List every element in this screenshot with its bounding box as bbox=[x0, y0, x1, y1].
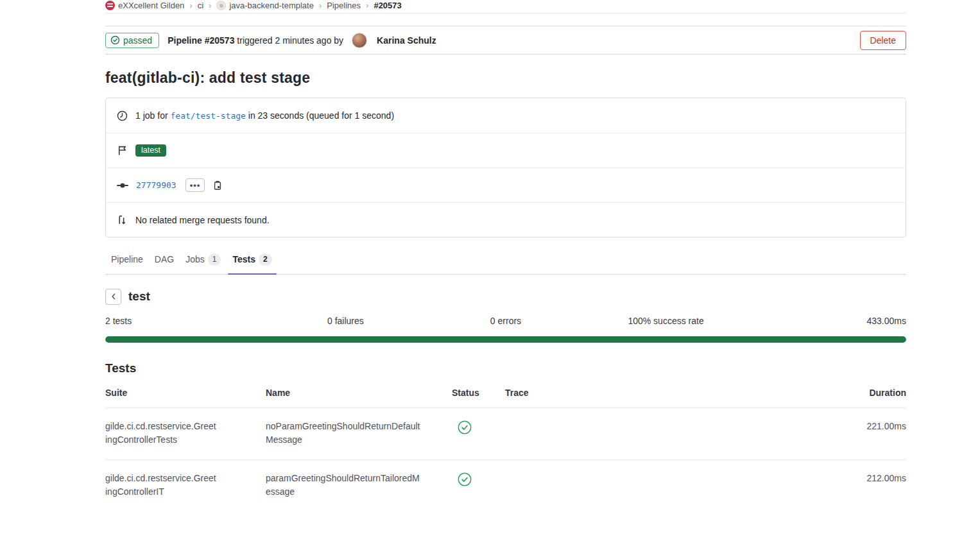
back-button[interactable] bbox=[105, 289, 121, 305]
commit-row: 27779903 ••• bbox=[106, 167, 906, 202]
chevron-separator-icon: › bbox=[189, 1, 192, 10]
group-avatar-icon bbox=[105, 1, 115, 10]
success-progress-bar bbox=[105, 336, 906, 343]
author-avatar[interactable] bbox=[352, 33, 367, 48]
chevron-separator-icon: › bbox=[209, 1, 211, 10]
success-progress-fill bbox=[105, 336, 906, 343]
test-passed-icon bbox=[458, 472, 472, 486]
column-header-duration: Duration bbox=[836, 388, 906, 398]
stat-duration: 433.00ms bbox=[746, 316, 906, 326]
page: eXXcellent Gilden › ci › java-backend-te… bbox=[105, 0, 906, 511]
flag-icon bbox=[117, 145, 128, 156]
pipeline-status-badge: passed bbox=[105, 33, 159, 48]
status-badge-label: passed bbox=[123, 35, 152, 46]
tab-tests-label: Tests bbox=[232, 254, 255, 264]
tab-jobs-label: Jobs bbox=[185, 254, 205, 264]
breadcrumb-subgroup-label: ci bbox=[198, 1, 203, 10]
job-duration-text: in 23 seconds (queued for 1 second) bbox=[248, 110, 394, 121]
latest-row: latest bbox=[106, 133, 906, 167]
column-header-suite: Suite bbox=[105, 388, 266, 398]
chevron-separator-icon: › bbox=[366, 1, 368, 10]
pipeline-id-label: Pipeline #20573 bbox=[168, 35, 234, 46]
breadcrumb-pipelines-label: Pipelines bbox=[327, 1, 361, 10]
job-summary-text: 1 job for feat/test-stage in 23 seconds … bbox=[135, 110, 394, 121]
breadcrumb-current-pipeline: #20573 bbox=[374, 1, 401, 10]
copy-commit-sha-button[interactable] bbox=[212, 180, 223, 191]
test-name-cell: paramGreetingShouldReturnTailoredMessage bbox=[266, 472, 452, 499]
test-suite-cell: gilde.ci.cd.restservice.GreetingControll… bbox=[105, 420, 266, 447]
branch-link[interactable]: feat/test-stage bbox=[170, 111, 245, 121]
breadcrumb-group-link[interactable]: eXXcellent Gilden bbox=[105, 1, 184, 10]
job-count-text: 1 job for bbox=[135, 110, 168, 121]
pipeline-tabs: Pipeline DAG Jobs 1 Tests 2 bbox=[105, 248, 906, 275]
test-suite-cell: gilde.ci.cd.restservice.GreetingControll… bbox=[105, 472, 266, 499]
pipeline-header-bar: passed Pipeline #20573 triggered 2 minut… bbox=[105, 26, 906, 55]
breadcrumb-pipelines-link[interactable]: Pipelines bbox=[327, 1, 361, 10]
breadcrumb-project-label: java-backend-template bbox=[229, 1, 314, 10]
pipeline-triggered-text: triggered 2 minutes ago by bbox=[237, 35, 343, 46]
chevron-left-icon bbox=[110, 293, 117, 300]
stat-errors: 0 errors bbox=[426, 316, 586, 326]
commit-sha-link[interactable]: 27779903 bbox=[136, 180, 176, 190]
test-suite-header: test bbox=[105, 289, 906, 305]
check-circle-icon bbox=[110, 35, 120, 45]
breadcrumb-subgroup-link[interactable]: ci bbox=[198, 1, 203, 10]
column-header-trace: Trace bbox=[505, 388, 836, 398]
test-status-cell bbox=[452, 472, 505, 490]
job-summary-row: 1 job for feat/test-stage in 23 seconds … bbox=[106, 98, 906, 133]
test-duration-cell: 221.00ms bbox=[836, 420, 906, 433]
merge-request-icon bbox=[117, 214, 128, 225]
column-header-name: Name bbox=[266, 388, 452, 398]
pipeline-header-text: Pipeline #20573 triggered 2 minutes ago … bbox=[168, 35, 343, 46]
latest-badge: latest bbox=[135, 144, 166, 157]
author-name-link[interactable]: Karina Schulz bbox=[377, 35, 436, 46]
column-header-status: Status bbox=[452, 388, 505, 398]
tab-dag-label: DAG bbox=[155, 254, 174, 264]
commit-message-toggle-button[interactable]: ••• bbox=[185, 178, 205, 192]
tests-table-header: Suite Name Status Trace Duration bbox=[105, 388, 906, 408]
table-row: gilde.ci.cd.restservice.GreetingControll… bbox=[105, 408, 906, 460]
breadcrumb-group-label: eXXcellent Gilden bbox=[118, 1, 184, 10]
stat-failures: 0 failures bbox=[266, 316, 426, 326]
tab-dag[interactable]: DAG bbox=[149, 248, 180, 274]
test-status-cell bbox=[452, 420, 505, 438]
page-title: feat(gitlab-ci): add test stage bbox=[105, 69, 906, 87]
stat-success-rate: 100% success rate bbox=[586, 316, 746, 326]
table-row: gilde.ci.cd.restservice.GreetingControll… bbox=[105, 460, 906, 511]
tests-count-badge: 2 bbox=[259, 253, 272, 266]
test-name-cell: noParamGreetingShouldReturnDefaultMessag… bbox=[266, 420, 452, 447]
merge-request-row: No related merge requests found. bbox=[106, 202, 906, 237]
tab-tests[interactable]: Tests 2 bbox=[227, 248, 277, 274]
breadcrumb: eXXcellent Gilden › ci › java-backend-te… bbox=[105, 0, 906, 13]
chevron-separator-icon: › bbox=[319, 1, 322, 10]
breadcrumb-project-link[interactable]: java-backend-template bbox=[216, 1, 314, 10]
tab-jobs[interactable]: Jobs 1 bbox=[180, 248, 227, 274]
tests-heading: Tests bbox=[105, 361, 906, 375]
pipeline-info-card: 1 job for feat/test-stage in 23 seconds … bbox=[105, 98, 906, 237]
commit-icon bbox=[117, 180, 128, 191]
stat-tests: 2 tests bbox=[105, 316, 266, 326]
merge-request-text: No related merge requests found. bbox=[135, 215, 270, 225]
tab-pipeline-label: Pipeline bbox=[111, 254, 143, 264]
tests-table: Suite Name Status Trace Duration gilde.c… bbox=[105, 388, 906, 511]
project-avatar-icon bbox=[216, 1, 226, 10]
delete-button[interactable]: Delete bbox=[860, 31, 906, 50]
test-passed-icon bbox=[458, 420, 472, 434]
jobs-count-badge: 1 bbox=[208, 253, 221, 266]
test-duration-cell: 212.00ms bbox=[836, 472, 906, 485]
clock-icon bbox=[117, 110, 128, 121]
tab-pipeline[interactable]: Pipeline bbox=[105, 248, 149, 274]
test-suite-title: test bbox=[128, 289, 150, 304]
test-suite-stats: 2 tests 0 failures 0 errors 100% success… bbox=[105, 316, 906, 326]
copy-icon bbox=[212, 180, 223, 191]
